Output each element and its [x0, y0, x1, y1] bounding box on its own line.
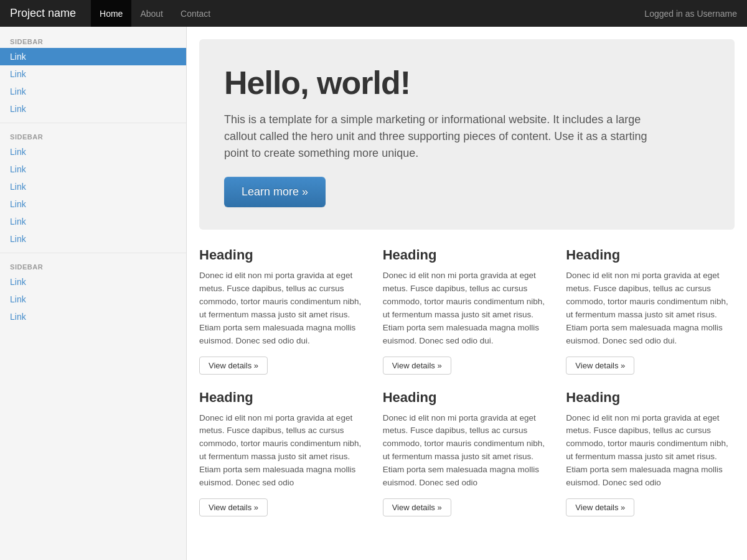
content-card-5: HeadingDonec id elit non mi porta gravid… [566, 390, 735, 517]
navbar: Project name HomeAboutContact Logged in … [0, 0, 747, 27]
card-body-1: Donec id elit non mi porta gravida at eg… [383, 269, 552, 348]
sidebar-heading-0: SIDEBAR [0, 33, 186, 48]
card-body-2: Donec id elit non mi porta gravida at eg… [566, 269, 735, 348]
nav-link-home[interactable]: Home [91, 0, 131, 27]
content-card-3: HeadingDonec id elit non mi porta gravid… [199, 390, 368, 517]
layout: SIDEBARLinkLinkLinkLinkSIDEBARLinkLinkLi… [0, 27, 747, 560]
sidebar-link-2-2[interactable]: Link [0, 308, 186, 325]
nav-links: HomeAboutContact [91, 0, 644, 27]
sidebar-link-1-5[interactable]: Link [0, 230, 186, 248]
content-card-0: HeadingDonec id elit non mi porta gravid… [199, 247, 368, 375]
content-card-4: HeadingDonec id elit non mi porta gravid… [383, 390, 552, 517]
sidebar-link-0-1[interactable]: Link [0, 65, 186, 83]
sidebar-link-1-1[interactable]: Link [0, 161, 186, 178]
sidebar-heading-1: SIDEBAR [0, 128, 186, 143]
content-grid: HeadingDonec id elit non mi porta gravid… [199, 247, 735, 516]
card-body-4: Donec id elit non mi porta gravida at eg… [383, 412, 552, 490]
sidebar: SIDEBARLinkLinkLinkLinkSIDEBARLinkLinkLi… [0, 27, 187, 560]
content-card-2: HeadingDonec id elit non mi porta gravid… [566, 247, 735, 375]
view-details-button-0[interactable]: View details » [199, 357, 268, 375]
hero-description: This is a template for a simple marketin… [224, 111, 647, 162]
nav-link-contact[interactable]: Contact [172, 0, 219, 27]
sidebar-link-1-0[interactable]: Link [0, 143, 186, 161]
sidebar-heading-2: SIDEBAR [0, 258, 186, 273]
sidebar-link-0-0[interactable]: Link [0, 48, 186, 65]
card-body-3: Donec id elit non mi porta gravida at eg… [199, 412, 368, 490]
card-heading-2: Heading [566, 247, 735, 263]
card-heading-3: Heading [199, 390, 368, 406]
sidebar-link-2-0[interactable]: Link [0, 273, 186, 291]
card-heading-0: Heading [199, 247, 368, 263]
card-body-5: Donec id elit non mi porta gravida at eg… [566, 412, 735, 490]
view-details-button-5[interactable]: View details » [566, 498, 634, 516]
user-info: Logged in as Username [644, 9, 737, 19]
sidebar-divider [0, 253, 186, 253]
view-details-button-2[interactable]: View details » [566, 357, 634, 375]
hero-title: Hello, world! [224, 64, 710, 101]
sidebar-link-1-2[interactable]: Link [0, 178, 186, 195]
main-content: Hello, world! This is a template for a s… [187, 27, 747, 560]
sidebar-link-0-3[interactable]: Link [0, 100, 186, 118]
card-heading-1: Heading [383, 247, 552, 263]
card-body-0: Donec id elit non mi porta gravida at eg… [199, 269, 368, 348]
sidebar-divider [0, 123, 186, 123]
brand-name: Project name [10, 7, 76, 20]
view-details-button-1[interactable]: View details » [383, 357, 451, 375]
sidebar-link-1-4[interactable]: Link [0, 213, 186, 230]
learn-more-button[interactable]: Learn more » [224, 177, 326, 207]
nav-link-about[interactable]: About [131, 0, 172, 27]
view-details-button-4[interactable]: View details » [383, 498, 451, 516]
hero-unit: Hello, world! This is a template for a s… [199, 39, 735, 230]
sidebar-link-2-1[interactable]: Link [0, 291, 186, 308]
card-heading-5: Heading [566, 390, 735, 406]
content-card-1: HeadingDonec id elit non mi porta gravid… [383, 247, 552, 375]
sidebar-link-0-2[interactable]: Link [0, 83, 186, 100]
sidebar-link-1-3[interactable]: Link [0, 195, 186, 213]
card-heading-4: Heading [383, 390, 552, 406]
view-details-button-3[interactable]: View details » [199, 498, 268, 516]
